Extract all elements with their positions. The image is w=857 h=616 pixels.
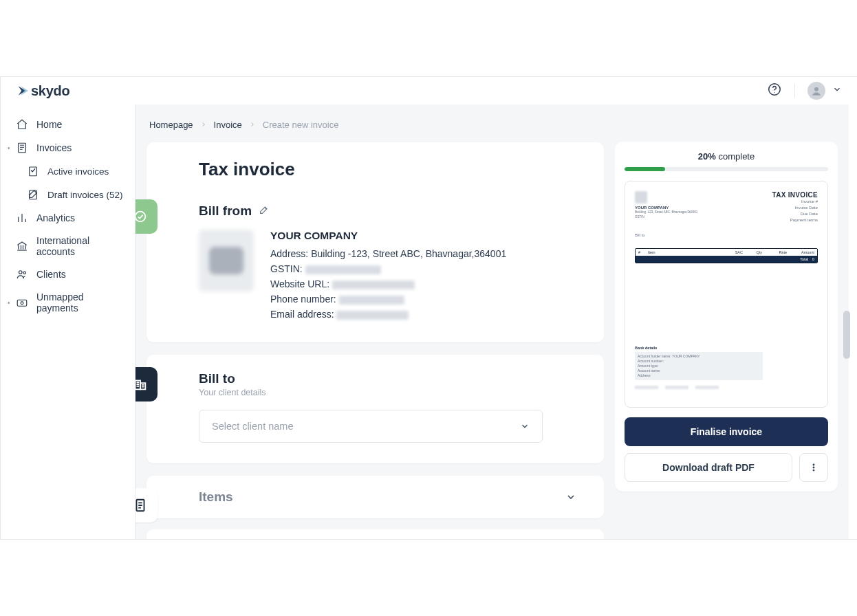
- brand-icon: [16, 85, 28, 97]
- items-card[interactable]: Items: [147, 476, 604, 518]
- breadcrumb-item[interactable]: Invoice: [214, 120, 242, 130]
- mini-bank-row: Account type:: [638, 364, 760, 368]
- mini-footer-blur: [635, 386, 658, 389]
- mini-bank-row: Account number:: [638, 359, 760, 364]
- mini-logo: [635, 191, 647, 204]
- mini-bank: Bank details Account holder name: YOUR C…: [635, 346, 818, 389]
- mini-bank-heading: Bank details: [635, 346, 657, 350]
- breadcrumb-item[interactable]: Homepage: [149, 120, 193, 130]
- chevron-down-icon: [520, 421, 530, 431]
- check-circle-icon: [135, 209, 148, 224]
- sidebar-sub-draft-invoices[interactable]: Draft invoices (52): [1, 183, 135, 206]
- svg-rect-3: [19, 143, 26, 153]
- bill-to-card: Bill to Your client details Select clien…: [147, 355, 604, 463]
- mini-meta: Due Date: [772, 211, 818, 217]
- sidebar-label: Analytics: [36, 212, 75, 223]
- mini-footer-blur: [665, 386, 688, 389]
- company-logo: [199, 230, 254, 292]
- sidebar-item-international-accounts[interactable]: International accounts: [1, 230, 135, 263]
- unmapped-payments-icon: [16, 296, 28, 309]
- preview-panel: 20% complete YOUR COMPANY Building -123,…: [615, 142, 838, 492]
- chevron-down-icon: [565, 492, 576, 503]
- sidebar-item-home[interactable]: Home: [1, 113, 135, 136]
- finalise-invoice-button[interactable]: Finalise invoice: [625, 417, 828, 446]
- mini-th: Rate: [762, 250, 787, 254]
- mini-bill-to: Bill to: [635, 233, 818, 237]
- mini-gstin: GSTIN: [635, 214, 697, 219]
- sidebar-item-invoices[interactable]: Invoices: [1, 136, 135, 160]
- bank-details-card[interactable]: Bank details: [147, 529, 604, 539]
- bill-to-heading: Bill to: [199, 371, 235, 386]
- select-client-placeholder: Select client name: [212, 421, 293, 432]
- topbar-divider: [794, 84, 795, 98]
- email-label: Email address:: [270, 309, 334, 320]
- analytics-icon: [16, 212, 28, 224]
- more-vertical-icon: [809, 463, 818, 472]
- svg-rect-8: [17, 300, 27, 306]
- download-draft-pdf-button[interactable]: Download draft PDF: [625, 453, 792, 482]
- mini-addr: Building -123, Street ABC, Bhavnagar,364…: [635, 210, 697, 214]
- sidebar-item-clients[interactable]: Clients: [1, 263, 135, 286]
- more-actions-button[interactable]: [799, 453, 828, 482]
- page-title: Tax invoice: [199, 159, 576, 180]
- main: Homepage Invoice Create new invoice Tax …: [135, 104, 849, 539]
- mini-total-label: Total: [800, 257, 808, 261]
- sidebar-label: International accounts: [36, 235, 125, 257]
- svg-point-7: [23, 272, 25, 274]
- step-badge-items: [135, 488, 158, 522]
- international-accounts-icon: [16, 240, 28, 252]
- invoice-icon: [16, 142, 28, 154]
- mini-bank-row: Account name:: [638, 368, 760, 373]
- svg-point-1: [774, 92, 774, 93]
- complete-word: complete: [718, 151, 755, 162]
- gstin-value-redacted: [305, 265, 381, 274]
- mini-th: #: [638, 250, 648, 254]
- address-value: Building -123, Street ABC, Bhavnagar,364…: [311, 248, 506, 259]
- sidebar: Home Invoices Active invoices Draft invo…: [1, 104, 135, 539]
- complete-percent: 20%: [698, 151, 716, 162]
- breadcrumb-current: Create new invoice: [263, 120, 339, 130]
- chevron-down-icon: [832, 85, 842, 97]
- brand-name: skydo: [31, 83, 69, 99]
- phone-label: Phone number:: [270, 294, 336, 305]
- email-value-redacted: [336, 311, 409, 320]
- app-shell: skydo Home: [0, 76, 857, 540]
- bill-to-sub: Your client details: [199, 388, 576, 397]
- scrollbar[interactable]: [843, 311, 849, 359]
- select-client-dropdown[interactable]: Select client name: [199, 410, 543, 443]
- avatar: [807, 82, 825, 100]
- bill-from-heading: Bill from: [199, 204, 252, 219]
- svg-point-10: [135, 212, 145, 222]
- svg-point-17: [813, 470, 814, 471]
- mini-meta: Invoice #: [772, 199, 818, 205]
- home-icon: [16, 118, 28, 131]
- breadcrumb: Homepage Invoice Create new invoice: [147, 104, 604, 142]
- sidebar-sub-label: Draft invoices (52): [47, 190, 123, 200]
- active-invoices-icon: [27, 165, 39, 177]
- draft-invoices-icon: [27, 188, 39, 201]
- bill-from-card: Tax invoice Bill from: [147, 142, 604, 342]
- mini-meta: Payment terms: [772, 217, 818, 223]
- mini-th: Amount: [787, 250, 814, 254]
- document-icon: [135, 498, 148, 513]
- mini-th: Qty: [743, 250, 762, 254]
- help-icon[interactable]: [767, 82, 782, 100]
- clients-icon: [16, 268, 28, 280]
- mini-bank-row: Address:: [638, 373, 760, 378]
- invoice-preview: YOUR COMPANY Building -123, Street ABC, …: [625, 181, 828, 408]
- step-badge-current: [135, 367, 158, 402]
- sidebar-sub-active-invoices[interactable]: Active invoices: [1, 160, 135, 183]
- svg-point-16: [813, 467, 814, 468]
- progress-bar: [625, 167, 828, 171]
- sidebar-label: Invoices: [36, 142, 72, 153]
- mini-th: SAC: [718, 250, 743, 254]
- sidebar-item-unmapped-payments[interactable]: Unmapped payments: [1, 286, 135, 319]
- company-name: YOUR COMPANY: [270, 230, 506, 242]
- brand-logo[interactable]: skydo: [16, 83, 69, 99]
- svg-point-6: [19, 271, 23, 274]
- profile-menu[interactable]: [807, 82, 842, 100]
- sidebar-label: Home: [36, 119, 62, 130]
- edit-bill-from-icon[interactable]: [259, 204, 270, 219]
- office-icon: [135, 377, 148, 392]
- sidebar-item-analytics[interactable]: Analytics: [1, 206, 135, 230]
